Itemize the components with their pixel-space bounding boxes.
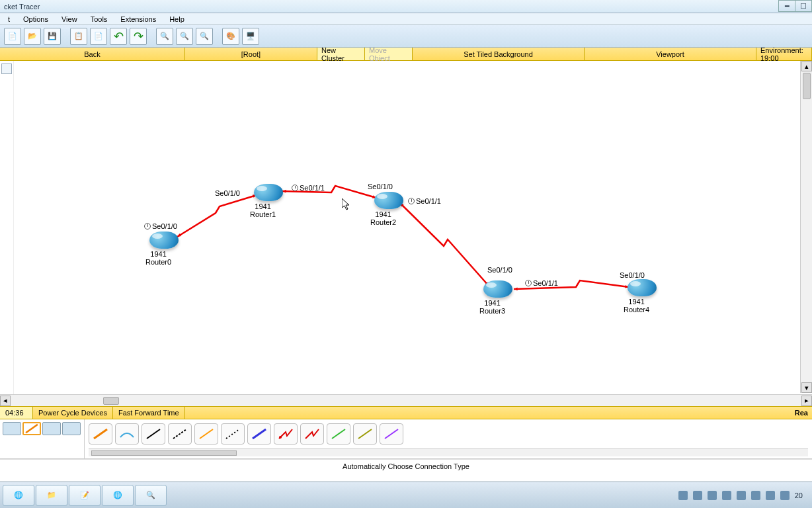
window-controls: ━ ☐	[779, 0, 812, 12]
power-cycle-button[interactable]: Power Cycle Devices	[33, 407, 113, 419]
palette-bar	[0, 419, 812, 459]
port-label: Se0/1/1	[408, 197, 441, 205]
task-notepad[interactable]: 📝	[69, 485, 101, 506]
tray-icon[interactable]	[751, 491, 760, 500]
menu-view[interactable]: View	[55, 14, 84, 24]
scroll-left-icon[interactable]: ◂	[0, 396, 11, 406]
router-router1[interactable]	[254, 184, 283, 201]
menu-extensions[interactable]: Extensions	[114, 14, 163, 24]
conn-crossover[interactable]	[168, 423, 192, 444]
router-label: 1941Router0	[145, 250, 171, 266]
menu-help[interactable]: Help	[163, 14, 191, 24]
paste-button[interactable]: 📄	[90, 28, 107, 45]
conn-octal[interactable]	[327, 423, 350, 444]
conn-coax[interactable]	[247, 423, 271, 444]
conn-phone[interactable]	[221, 423, 245, 444]
menu-tools[interactable]: Tools	[84, 14, 114, 24]
redo-button[interactable]: ↷	[130, 28, 147, 45]
palette-button[interactable]: 🎨	[222, 28, 239, 45]
cat-network[interactable]	[3, 422, 21, 435]
taskbar: 🌐 📁 📝 🌐 🔍 20	[0, 482, 812, 508]
tray-icon[interactable]	[737, 491, 746, 500]
menu-bar: t Options View Tools Extensions Help	[0, 13, 812, 25]
conn-serial-dce[interactable]	[274, 423, 298, 444]
tray-icon[interactable]	[708, 491, 717, 500]
port-label: Se0/1/0	[144, 222, 177, 230]
clock-icon	[144, 223, 151, 230]
tray-icon[interactable]	[693, 491, 702, 500]
router-router4[interactable]	[628, 279, 657, 296]
topology-svg	[14, 61, 812, 394]
conn-straight[interactable]	[142, 423, 165, 444]
new-file-button[interactable]: 📄	[4, 28, 21, 45]
task-explorer[interactable]: 📁	[36, 485, 67, 506]
main-toolbar: 📄 📂 💾 📋 📄 ↶ ↷ 🔍 🔍 🔍 🎨 🖥️	[0, 25, 812, 48]
realtime-label: Rea	[795, 409, 812, 417]
router-label: 1941Router2	[370, 210, 396, 226]
conn-usb1[interactable]	[353, 423, 377, 444]
tray-clock: 20	[795, 491, 803, 499]
copy-button[interactable]: 📋	[70, 28, 87, 45]
new-cluster-button[interactable]: New Cluster	[317, 48, 365, 60]
minimize-button[interactable]: ━	[778, 0, 795, 12]
menu-options[interactable]: Options	[17, 14, 55, 24]
conn-auto[interactable]	[89, 423, 112, 444]
menu-edit[interactable]: t	[1, 14, 17, 24]
system-tray: 20	[678, 491, 809, 500]
zoom-reset-button[interactable]: 🔍	[176, 28, 193, 45]
port-label: Se0/1/0	[215, 189, 240, 197]
port-label: Se0/1/0	[620, 271, 645, 279]
hint-bar: Automatically Choose Connection Type	[0, 459, 812, 472]
task-app[interactable]: 🌐	[102, 485, 134, 506]
zoom-out-button[interactable]: 🔍	[196, 28, 213, 45]
router-label: 1941Router3	[479, 299, 505, 315]
vertical-scrollbar[interactable]: ▴ ▾	[800, 61, 812, 393]
tray-icon[interactable]	[678, 491, 688, 500]
tray-icon[interactable]	[766, 491, 775, 500]
scroll-right-icon[interactable]: ▸	[801, 396, 812, 406]
conn-scroll-thumb[interactable]	[91, 450, 237, 456]
conn-usb2[interactable]	[380, 423, 403, 444]
maximize-button[interactable]: ☐	[795, 0, 812, 12]
conn-console[interactable]	[115, 423, 139, 444]
cat-cloud[interactable]	[62, 422, 81, 435]
viewport-button[interactable]: Viewport	[585, 48, 756, 60]
scroll-thumb-h[interactable]	[103, 397, 119, 405]
scroll-down-icon[interactable]: ▾	[801, 382, 812, 393]
router-router0[interactable]	[149, 232, 179, 249]
cursor-icon	[342, 198, 350, 210]
sim-time: 04:36	[0, 407, 33, 419]
conn-serial-dte[interactable]	[300, 423, 324, 444]
horizontal-scrollbar[interactable]: ◂ ▸	[0, 394, 812, 406]
tray-icon[interactable]	[780, 491, 790, 500]
cat-connections[interactable]	[22, 422, 41, 435]
connection-scroll[interactable]	[89, 448, 808, 456]
connection-types	[85, 419, 812, 458]
move-object-button[interactable]: Move Object	[365, 48, 413, 60]
nav-root[interactable]: [Root]	[185, 48, 317, 60]
scroll-up-icon[interactable]: ▴	[801, 61, 812, 71]
environment-label[interactable]: Environment: 19:00	[756, 48, 812, 60]
scroll-thumb[interactable]	[803, 73, 811, 99]
cat-end[interactable]	[42, 422, 61, 435]
conn-fiber[interactable]	[194, 423, 218, 444]
task-packettracer[interactable]: 🔍	[135, 485, 167, 506]
task-browser[interactable]: 🌐	[3, 485, 34, 506]
open-file-button[interactable]: 📂	[24, 28, 41, 45]
zoom-in-button[interactable]: 🔍	[156, 28, 173, 45]
clock-icon	[292, 185, 298, 191]
port-label: Se0/1/0	[368, 183, 393, 190]
fast-forward-button[interactable]: Fast Forward Time	[113, 407, 185, 419]
nav-back-button[interactable]: Back	[0, 48, 185, 60]
tiled-bg-button[interactable]: Set Tiled Background	[413, 48, 585, 60]
custom-device-button[interactable]: 🖥️	[242, 28, 259, 45]
undo-button[interactable]: ↶	[110, 28, 127, 45]
router-router3[interactable]	[483, 280, 512, 298]
workspace: 1941Router01941Router11941Router21941Rou…	[0, 61, 812, 394]
tray-icon[interactable]	[722, 491, 731, 500]
save-button[interactable]: 💾	[44, 28, 61, 45]
side-tool-button[interactable]	[1, 64, 12, 74]
clock-icon	[408, 198, 415, 204]
canvas[interactable]: 1941Router01941Router11941Router21941Rou…	[13, 61, 812, 394]
router-router2[interactable]	[374, 192, 403, 209]
